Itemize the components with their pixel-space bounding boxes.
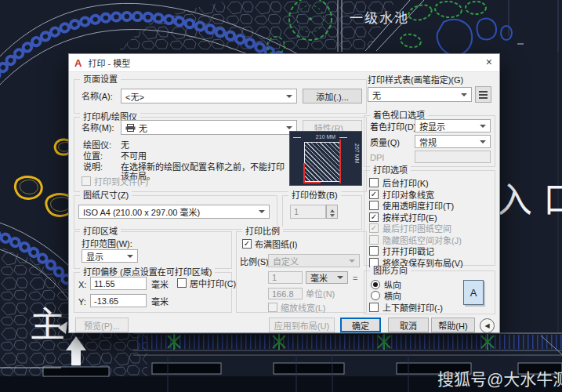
offset-y-label: Y: [78, 297, 86, 307]
plotter-value: 无 [121, 140, 129, 150]
orientation-paper-letter: A [470, 287, 477, 299]
checkbox-paperspace-last[interactable]: ✓ [369, 223, 379, 233]
checkbox-plot-stamp[interactable] [369, 246, 379, 256]
checkbox-upside-down[interactable] [369, 303, 379, 312]
offset-x-label: X: [78, 280, 86, 289]
offset-x-input[interactable]: 11.55 [90, 277, 147, 290]
upside-down-label: 上下颠倒打印(-) [383, 303, 443, 313]
center-plot-label: 居中打印(C) [190, 279, 236, 289]
orientation-paper-icon: A [463, 280, 484, 305]
page-setup-name-dropdown[interactable]: <无> [121, 89, 297, 103]
back-arrow-icon: ◀ [484, 322, 489, 329]
equals-sign: = [353, 274, 357, 283]
fit-to-paper-label: 布满图纸(I) [255, 240, 297, 249]
group-plot-offset-label: 打印偏移 (原点设置在可打印区域) [80, 267, 215, 277]
plot-with-styles-label: 按样式打印(E) [383, 213, 437, 223]
offset-y-value: -13.65 [94, 296, 118, 306]
radio-landscape[interactable] [371, 291, 380, 300]
copies-input[interactable]: 1 [290, 205, 326, 219]
dim-line-left [293, 137, 301, 138]
where-label: 位置: [83, 151, 103, 161]
plot-in-background-label: 后台打印(K) [383, 179, 429, 188]
printer-name-value: 无 [139, 122, 147, 134]
offset-y-unit: 毫米 [151, 297, 169, 307]
group-plot-options-label: 打印选项 [370, 165, 411, 175]
checkbox-plot-transparency[interactable] [369, 201, 379, 210]
cad-label-entrance: 入口 [497, 172, 562, 223]
drawing-units-input[interactable]: 166.8 [268, 288, 303, 299]
shade-plot-dropdown[interactable]: 按显示 [415, 119, 491, 132]
page-setup-name-label: 名称(A): [82, 92, 113, 101]
spinner-up-icon[interactable] [327, 205, 337, 212]
plot-style-table-dropdown[interactable]: 无 [368, 87, 472, 102]
cad-label-main: 主 [30, 296, 65, 347]
add-page-setup-button[interactable]: 添加(.)... [303, 89, 362, 103]
where-value: 不可用 [121, 151, 147, 161]
plot-range-label: 打印范围(W): [82, 239, 132, 249]
checkbox-plot-to-file[interactable] [82, 176, 91, 186]
plot-to-file-label: 打印到文件(F) [94, 177, 148, 187]
red-margin-right [339, 140, 341, 183]
group-plot-area-label: 打印区域 [80, 227, 121, 236]
quality-value: 常规 [419, 136, 437, 148]
shade-plot-value: 按显示 [419, 120, 445, 132]
paperspace-last-label: 最后打印图纸空间 [383, 224, 451, 234]
autocad-logo-icon: A [74, 57, 82, 69]
quality-label: 质量(Q) [370, 138, 400, 147]
dialog-title: 打印 - 模型 [88, 56, 130, 69]
dpi-input[interactable] [415, 151, 491, 163]
checkbox-plot-lineweights[interactable]: ✓ [369, 190, 379, 199]
paper-size-value: ISO A4 (210.00 x 297.00 毫米) [83, 205, 200, 218]
paper-units-input[interactable]: 1 [268, 271, 303, 284]
watermark: 搜狐号@大水牛测绘 [437, 366, 562, 390]
group-plot-scale-label: 打印比例 [242, 227, 283, 236]
paper-unit-dropdown[interactable]: 毫米 [306, 271, 348, 284]
printer-icon [125, 124, 136, 132]
plot-lineweights-label: 打印对象线宽 [383, 191, 434, 200]
preview-button[interactable]: 预览(P)... [75, 318, 129, 332]
group-orientation-label: 图形方向 [370, 266, 411, 275]
plot-style-table-label: 打印样式表(画笔指定)(G) [368, 75, 463, 85]
scale-lineweights-label: 缩放线宽(L) [281, 303, 325, 313]
checkbox-hide-paperspace[interactable] [369, 235, 379, 245]
checkbox-fit-to-paper[interactable]: ✓ [242, 239, 252, 249]
cancel-button[interactable]: 取消 [388, 318, 429, 332]
help-button[interactable]: 帮助(H) [431, 318, 475, 332]
dialog-titlebar[interactable]: A 打印 - 模型 × [69, 54, 499, 72]
plot-range-value: 显示 [86, 250, 103, 263]
paper-height-label: 297 MM [354, 143, 360, 163]
printer-name-dropdown[interactable]: 无 [121, 120, 297, 135]
cad-canvas: 一级水池 入口 主 搜狐号@大水牛测绘 A 打印 - 模型 × 页面设置 名称(… [0, 0, 562, 392]
close-icon[interactable]: × [486, 56, 492, 68]
portrait-label: 纵向 [384, 281, 401, 290]
ok-button[interactable]: 确定 [340, 318, 381, 332]
edit-plot-style-button[interactable] [475, 86, 491, 103]
spinner-down-icon[interactable] [327, 212, 337, 218]
radio-portrait[interactable] [371, 280, 380, 289]
plot-range-dropdown[interactable]: 显示 [82, 249, 138, 263]
drawing-units-value: 166.8 [272, 289, 294, 299]
less-options-button[interactable]: ◀ [480, 318, 495, 333]
offset-x-value: 11.55 [94, 279, 115, 289]
checkbox-scale-lineweights[interactable] [268, 303, 277, 312]
paper-size-dropdown[interactable]: ISO A4 (210.00 x 297.00 毫米) [78, 205, 270, 219]
edit-plot-style-icon [479, 91, 488, 93]
copies-value: 1 [294, 207, 299, 216]
units-label: 单位(N) [306, 289, 335, 299]
printer-name-label: 名称(M): [82, 123, 114, 132]
page-setup-name-value: <无> [125, 90, 144, 103]
landscape-label: 横向 [384, 292, 401, 301]
checkbox-plot-in-background[interactable] [369, 178, 379, 187]
checkbox-plot-with-styles[interactable]: ✓ [369, 212, 379, 222]
hide-paperspace-label: 隐藏图纸空间对象(J) [383, 236, 462, 245]
checkbox-center-plot[interactable] [177, 278, 187, 288]
paper-preview: 210 MM 297 MM [289, 131, 362, 186]
scale-dropdown[interactable]: 自定义 [268, 254, 360, 267]
plot-style-table-value: 无 [372, 89, 381, 101]
offset-y-input[interactable]: -13.65 [90, 294, 147, 307]
paper-sheet [304, 142, 341, 182]
scale-value: 自定义 [273, 255, 299, 267]
quality-dropdown[interactable]: 常规 [415, 135, 491, 148]
copies-spinner[interactable] [326, 205, 338, 219]
apply-to-layout-button[interactable]: 应用到布局(U) [269, 318, 335, 332]
